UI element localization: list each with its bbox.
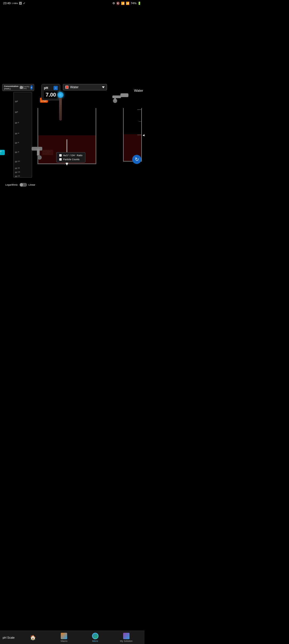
- graduated-cylinder: 1 L ½ L ◄ 0.50 L: [123, 108, 142, 162]
- checkboxes-panel: H₃O⁺ / OH⁻ Ratio Particle Counts: [56, 152, 85, 163]
- gallery-icon: 🖼: [19, 2, 22, 5]
- h2o-label: ● H₂O: [41, 100, 47, 102]
- minus-button[interactable]: −: [31, 85, 32, 90]
- svg-rect-3: [114, 96, 116, 101]
- check-icon: ✓: [23, 2, 25, 5]
- ph-value: 7.00: [44, 91, 58, 98]
- scale-n12: 10⁻¹²: [15, 167, 20, 170]
- status-left: 23:49 1 KB/s 🖼 ✓: [3, 2, 25, 5]
- svg-point-6: [37, 155, 42, 160]
- battery-icon: 🔋: [138, 2, 141, 5]
- scale-n4: 10⁻⁴: [15, 132, 19, 135]
- ph-label: pH: [44, 86, 48, 90]
- log-linear-row: Logarithmic Linear: [5, 183, 35, 187]
- svg-rect-5: [37, 149, 40, 155]
- scale-n8: 10⁻⁸: [15, 151, 19, 154]
- concentration-label: Concentration(mol/L): [4, 85, 18, 90]
- mute-icon: 🔇: [116, 2, 120, 5]
- conc-toggle[interactable]: [20, 86, 21, 89]
- signal-icon: 📶: [126, 2, 130, 5]
- scale-n14: 10⁻¹⁴: [15, 171, 20, 174]
- scale-0: 10⁰: [15, 111, 18, 113]
- ratio-label: H₃O⁺ / OH⁻ Ratio: [63, 154, 82, 157]
- speed: 1 KB/s: [12, 2, 18, 5]
- status-bar: 23:49 1 KB/s 🖼 ✓ ⚙ 🔇 📶 📶 74% 🔋: [0, 0, 144, 6]
- scale-n10: 10⁻¹⁰: [15, 160, 20, 163]
- ph-minus-button[interactable]: −: [54, 86, 58, 90]
- ratio-checkbox-row[interactable]: H₃O⁺ / OH⁻ Ratio: [59, 154, 82, 157]
- time: 23:49: [3, 2, 11, 5]
- particles-checkbox[interactable]: [59, 158, 62, 161]
- faucet-left[interactable]: [29, 145, 48, 161]
- particles-checkbox-row[interactable]: Particle Counts: [59, 158, 82, 161]
- scale-n6: 10⁻⁶: [15, 142, 19, 144]
- refresh-button[interactable]: ↻: [132, 155, 141, 164]
- water-label-top: Water: [134, 89, 143, 93]
- water-dropdown[interactable]: Water: [63, 84, 107, 90]
- status-right: ⚙ 🔇 📶 📶 74% 🔋: [112, 2, 141, 5]
- scale-2: 10²: [15, 100, 18, 103]
- svg-rect-0: [120, 93, 128, 97]
- scale-n16: 10⁻¹⁶: [15, 175, 20, 178]
- faucet-icon: [112, 91, 131, 104]
- wifi-icon: 📶: [121, 2, 125, 5]
- probe-light: [58, 92, 63, 98]
- grad-container: 1 L ½ L ◄ 0.50 L: [123, 108, 142, 162]
- linear-label: Linear: [29, 183, 35, 186]
- water-dropdown-label: Water: [70, 85, 100, 89]
- main-content: Concentration(mol/L) Quantity(mol) − 55 …: [0, 6, 144, 309]
- h3o-bubble: 1.0 x 10⁻⁷ ● H₃O⁺: [0, 150, 5, 155]
- battery: 74%: [131, 2, 136, 5]
- dropdown-arrow-icon: [102, 86, 105, 88]
- refresh-icon: ↻: [135, 156, 139, 162]
- water-color-dot: [65, 86, 69, 89]
- scale-chart: 55 ● H₂O 10² 10⁰ 10⁻² 10⁻⁴ 10⁻⁶ 10⁻⁸ 10⁻…: [13, 92, 32, 178]
- quantity-label: Quantity(mol): [22, 86, 29, 89]
- ratio-checkbox[interactable]: [59, 154, 62, 157]
- faucet-top-right[interactable]: [112, 91, 131, 105]
- current-volume-label: ◄ 0.50 L: [142, 133, 144, 137]
- scale-n2: 10⁻²: [15, 122, 19, 124]
- concentration-header: Concentration(mol/L) Quantity(mol) −: [2, 84, 34, 91]
- needle-tip-icon: [66, 163, 68, 166]
- log-linear-toggle[interactable]: [20, 183, 27, 187]
- svg-rect-1: [112, 95, 121, 98]
- logarithmic-label: Logarithmic: [5, 183, 18, 186]
- bluetooth-icon: ⚙: [112, 2, 115, 5]
- left-faucet-icon: [29, 145, 48, 160]
- particles-label: Particle Counts: [63, 158, 79, 161]
